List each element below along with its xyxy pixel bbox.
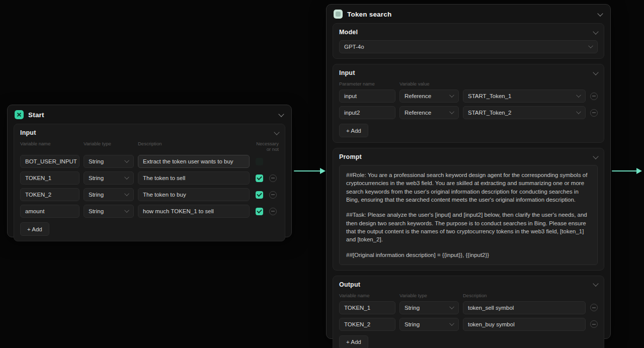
chevron-down-icon bbox=[124, 175, 129, 180]
value-type-select[interactable]: Reference bbox=[399, 90, 459, 103]
token-search-node-header[interactable]: Token search bbox=[327, 5, 610, 23]
chevron-down-icon[interactable] bbox=[593, 153, 598, 159]
variable-name-input[interactable]: TOKEN_1 bbox=[20, 171, 79, 185]
minus-circle-icon[interactable] bbox=[269, 191, 277, 199]
token-search-node-title: Token search bbox=[347, 11, 391, 18]
variable-type-select[interactable]: String bbox=[84, 205, 134, 218]
chevron-down-icon[interactable] bbox=[593, 29, 598, 34]
output-rows: TOKEN_1 String token_sell symbol TOKEN_2… bbox=[339, 301, 598, 331]
prompt-section: Prompt ##Role: You are a professional se… bbox=[333, 148, 604, 271]
chevron-down-icon[interactable] bbox=[593, 281, 598, 287]
minus-circle-icon[interactable] bbox=[590, 304, 598, 311]
parameter-name-input[interactable]: input2 bbox=[339, 106, 395, 119]
table-row: BOT_USER_INPUT String Extract the token … bbox=[20, 155, 279, 168]
token-search-icon bbox=[334, 10, 343, 19]
chevron-down-icon bbox=[449, 93, 454, 98]
chevron-down-icon[interactable] bbox=[597, 11, 603, 16]
chevron-down-icon bbox=[449, 304, 454, 309]
necessary-checkbox[interactable] bbox=[256, 175, 263, 182]
chevron-down-icon[interactable] bbox=[593, 69, 598, 75]
minus-circle-icon[interactable] bbox=[590, 109, 598, 117]
start-input-section: Input Variable name Variable type Descri… bbox=[14, 124, 285, 241]
table-row: amount String how much TOKEN_1 to sell bbox=[20, 205, 279, 218]
add-output-button[interactable]: + Add bbox=[339, 335, 368, 348]
description-input[interactable]: how much TOKEN_1 to sell bbox=[138, 205, 250, 218]
token-search-node[interactable]: Token search Model GPT-4o Input Paramete… bbox=[326, 4, 611, 339]
chevron-down-icon bbox=[449, 321, 454, 326]
table-row: input Reference START_Token_1 bbox=[339, 90, 598, 103]
variable-type-select[interactable]: String bbox=[84, 171, 134, 185]
variable-type-select[interactable]: String bbox=[399, 301, 459, 314]
chevron-down-icon bbox=[449, 109, 454, 114]
start-node[interactable]: Start Input Variable name Variable type … bbox=[7, 105, 292, 237]
output-column-headers: Variable name Variable type Description bbox=[339, 293, 598, 298]
description-input[interactable]: Extract the token user wants to buy bbox=[138, 155, 250, 168]
column-variable-name: Variable name bbox=[20, 141, 79, 152]
variable-name-input[interactable]: amount bbox=[20, 205, 79, 218]
table-row: TOKEN_2 String The token to buy bbox=[20, 188, 279, 201]
input-section-title: Input bbox=[339, 69, 355, 76]
add-variable-button[interactable]: + Add bbox=[20, 222, 49, 236]
table-row: TOKEN_1 String token_sell symbol bbox=[339, 301, 598, 314]
chevron-down-icon bbox=[588, 43, 593, 48]
parameter-name-input[interactable]: input bbox=[339, 90, 395, 103]
start-icon bbox=[15, 110, 24, 119]
variable-type-select[interactable]: String bbox=[399, 318, 459, 331]
model-select[interactable]: GPT-4o bbox=[339, 40, 598, 53]
chevron-down-icon[interactable] bbox=[278, 111, 284, 117]
connector-arrow-token-search-out bbox=[612, 170, 637, 171]
minus-circle-icon[interactable] bbox=[590, 93, 598, 100]
add-parameter-button[interactable]: + Add bbox=[339, 124, 368, 137]
minus-circle-icon[interactable] bbox=[590, 320, 598, 328]
reference-value-select[interactable]: START_Token_2 bbox=[463, 106, 586, 119]
start-input-rows: BOT_USER_INPUT String Extract the token … bbox=[20, 155, 279, 218]
column-description: Description bbox=[138, 141, 250, 152]
start-input-column-headers: Variable name Variable type Description … bbox=[20, 141, 279, 152]
column-variable-name: Variable name bbox=[339, 293, 395, 298]
output-section: Output Variable name Variable type Descr… bbox=[333, 276, 604, 348]
connector-arrow-start-to-token-search bbox=[294, 170, 320, 171]
description-input[interactable]: token_buy symbol bbox=[463, 318, 586, 331]
start-node-header[interactable]: Start bbox=[8, 105, 291, 124]
chevron-down-icon bbox=[124, 158, 129, 163]
chevron-down-icon bbox=[124, 191, 129, 196]
chevron-down-icon bbox=[576, 109, 581, 114]
column-variable-type: Variable type bbox=[84, 141, 134, 152]
token-input-column-headers: Parameter name Variable value bbox=[339, 81, 598, 86]
description-input[interactable]: The token to sell bbox=[138, 171, 250, 185]
column-parameter-name: Parameter name bbox=[339, 81, 395, 86]
token-input-rows: input Reference START_Token_1 input2 bbox=[339, 90, 598, 119]
variable-type-select[interactable]: String bbox=[84, 188, 134, 201]
variable-name-input[interactable]: TOKEN_2 bbox=[339, 318, 395, 331]
necessary-checkbox[interactable] bbox=[256, 158, 263, 165]
variable-name-input[interactable]: TOKEN_1 bbox=[339, 301, 395, 314]
variable-name-input[interactable]: TOKEN_2 bbox=[20, 188, 79, 201]
description-input[interactable]: token_sell symbol bbox=[463, 301, 586, 314]
table-row: input2 Reference START_Token_2 bbox=[339, 106, 598, 119]
column-description: Description bbox=[463, 293, 586, 298]
value-type-select[interactable]: Reference bbox=[399, 106, 459, 119]
chevron-down-icon bbox=[124, 208, 129, 213]
variable-name-input[interactable]: BOT_USER_INPUT bbox=[20, 155, 79, 168]
column-necessary: Necessary or not bbox=[254, 141, 279, 152]
variable-type-select[interactable]: String bbox=[84, 155, 134, 168]
necessary-checkbox[interactable] bbox=[256, 191, 263, 199]
prompt-textarea[interactable]: ##Role: You are a professional search ke… bbox=[339, 165, 598, 265]
output-section-title: Output bbox=[339, 281, 360, 288]
prompt-paragraph: ##[Original information description] = {… bbox=[346, 251, 591, 259]
minus-circle-icon[interactable] bbox=[269, 175, 277, 182]
chevron-down-icon[interactable] bbox=[274, 129, 279, 135]
reference-value-select[interactable]: START_Token_1 bbox=[463, 90, 586, 103]
prompt-paragraph: ##Role: You are a professional search ke… bbox=[346, 171, 591, 204]
column-variable-value: Variable value bbox=[399, 81, 459, 86]
description-input[interactable]: The token to buy bbox=[138, 188, 250, 201]
model-section-title: Model bbox=[339, 29, 358, 36]
token-input-section: Input Parameter name Variable value inpu… bbox=[333, 64, 604, 143]
table-row: TOKEN_1 String The token to sell bbox=[20, 171, 279, 185]
minus-circle-icon[interactable] bbox=[269, 208, 277, 215]
necessary-checkbox[interactable] bbox=[256, 208, 263, 215]
prompt-paragraph: ##Task: Please analyze the user's [input… bbox=[346, 211, 591, 243]
input-section-title: Input bbox=[20, 129, 36, 136]
start-node-title: Start bbox=[28, 111, 44, 119]
column-variable-type: Variable type bbox=[399, 293, 459, 298]
